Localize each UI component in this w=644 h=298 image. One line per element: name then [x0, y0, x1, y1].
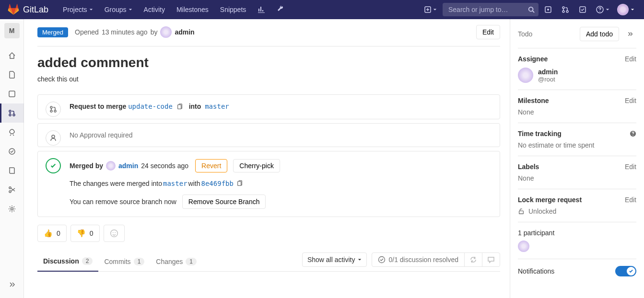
new-dropdown[interactable]	[421, 3, 441, 16]
help-dropdown[interactable]	[592, 0, 613, 19]
resolved-status[interactable]: 0/1 discussion resolved	[372, 253, 465, 266]
revert-button[interactable]: Revert	[195, 159, 227, 172]
todos-shortcut[interactable]	[575, 0, 590, 19]
copy-source-branch-button[interactable]	[175, 103, 185, 111]
nav-milestones[interactable]: Milestones	[172, 0, 213, 19]
thumbs-down-button[interactable]: 👎0	[70, 225, 100, 242]
user-icon	[49, 134, 57, 142]
approval-status-icon	[46, 130, 61, 146]
issues-shortcut[interactable]	[540, 0, 556, 19]
user-avatar-icon	[617, 4, 629, 15]
resolve-refresh-button[interactable]	[465, 253, 482, 266]
reactions-bar: 👍0 👎0	[37, 225, 500, 242]
rocket-icon	[8, 128, 16, 136]
svg-point-11	[9, 110, 11, 112]
nav-analytics[interactable]	[253, 0, 270, 19]
rb-labels-section: LabelsEdit None	[518, 156, 636, 189]
sidebar-item-operations[interactable]	[0, 142, 24, 161]
sidebar-item-ci[interactable]	[0, 123, 24, 142]
time-help-button[interactable]	[630, 130, 636, 137]
mr-header: Merged Opened 13 minutes ago by admin Ed…	[37, 25, 500, 46]
merged-line: Merged by admin 24 seconds ago Revert Ch…	[70, 159, 492, 172]
assignee-handle: @root	[538, 76, 558, 83]
svg-point-18	[50, 106, 52, 108]
refresh-icon	[469, 256, 477, 264]
assignee-row[interactable]: admin @root	[518, 68, 636, 83]
sidebar-item-issues[interactable]	[0, 84, 24, 103]
author-link[interactable]: admin	[175, 28, 194, 36]
opened-prefix: Opened	[75, 28, 99, 36]
sidebar-item-merge-requests[interactable]	[0, 103, 24, 123]
activity-filter-dropdown[interactable]: Show all activity	[302, 252, 367, 267]
merged-time: 24 seconds ago	[141, 162, 188, 170]
copy-sha-button[interactable]	[234, 179, 245, 188]
merger-link[interactable]: admin	[118, 162, 138, 170]
sidebar-item-repository[interactable]	[0, 65, 24, 84]
merged-branch-link[interactable]: master	[163, 180, 187, 187]
tab-discussion[interactable]: Discussion2	[37, 252, 98, 272]
sidebar-item-wiki[interactable]	[0, 161, 24, 180]
notifications-toggle[interactable]	[615, 266, 636, 276]
search-input[interactable]	[443, 3, 539, 16]
thumbs-down-icon: 👎	[77, 229, 86, 238]
nav-projects[interactable]: Projects	[58, 0, 98, 19]
svg-point-5	[562, 11, 564, 12]
svg-point-13	[13, 114, 15, 116]
rb-lock-section: Lock merge requestEdit Unlocked	[518, 189, 636, 222]
assignee-avatar-icon	[518, 68, 533, 83]
chevron-down-icon	[433, 8, 437, 11]
merged-widget: Merged by admin 24 seconds ago Revert Ch…	[37, 151, 500, 217]
gitlab-logo-icon[interactable]	[8, 4, 21, 15]
nav-snippets[interactable]: Snippets	[215, 0, 251, 19]
rb-assignee-edit[interactable]: Edit	[625, 55, 636, 63]
status-badge: Merged	[37, 27, 68, 37]
brand-name[interactable]: GitLab	[23, 5, 48, 15]
into-label: into	[189, 103, 201, 110]
svg-point-22	[52, 135, 55, 138]
edit-mr-button[interactable]: Edit	[476, 25, 500, 39]
tab-changes[interactable]: Changes1	[150, 252, 202, 271]
sidebar-project-avatar[interactable]: M	[4, 23, 20, 38]
search-icon[interactable]	[528, 6, 535, 13]
nav-admin[interactable]	[272, 0, 289, 19]
assignee-name: admin	[538, 68, 558, 76]
rb-notifications-section: Notifications	[518, 259, 636, 283]
source-branch-link[interactable]: update-code	[128, 103, 173, 110]
sidebar-item-settings[interactable]	[0, 199, 24, 218]
cherry-pick-button[interactable]: Cherry-pick	[233, 159, 280, 172]
rb-labels-edit[interactable]: Edit	[625, 163, 636, 171]
help-icon	[630, 130, 636, 137]
rb-milestone-edit[interactable]: Edit	[625, 97, 636, 104]
chevron-double-right-icon	[8, 281, 16, 288]
nav-activity[interactable]: Activity	[139, 0, 170, 19]
nav-groups[interactable]: Groups	[100, 0, 137, 19]
add-todo-button[interactable]: Add todo	[580, 27, 619, 41]
project-sidebar: M	[0, 19, 24, 298]
resolve-comment-button[interactable]	[482, 253, 500, 266]
rb-lock-edit[interactable]: Edit	[625, 196, 636, 204]
copy-icon	[176, 103, 183, 110]
page-container: M Merged Opened 13 minutes ago by admin …	[0, 19, 644, 298]
copy-icon	[236, 180, 243, 187]
resolved-discussions-box: 0/1 discussion resolved	[372, 252, 500, 267]
tab-commits[interactable]: Commits1	[98, 252, 150, 271]
rb-todo-title: Todo	[518, 30, 532, 38]
add-reaction-button[interactable]	[104, 225, 125, 242]
svg-rect-21	[177, 105, 181, 109]
thumbs-up-button[interactable]: 👍0	[37, 225, 67, 242]
target-branch-link[interactable]: master	[205, 103, 229, 110]
check-circle-icon	[378, 256, 386, 264]
merge-requests-shortcut[interactable]	[558, 0, 573, 19]
commit-sha-link[interactable]: 8e469fbb	[201, 180, 233, 187]
merged-by-label: Merged by	[70, 162, 103, 170]
sidebar-item-home[interactable]	[0, 46, 24, 65]
sidebar-collapse-button[interactable]	[0, 275, 24, 294]
svg-point-24	[110, 230, 117, 237]
sidebar-item-snippets[interactable]	[0, 180, 24, 199]
sidebar-collapse-button[interactable]	[624, 28, 636, 40]
remove-source-branch-button[interactable]: Remove Source Branch	[182, 195, 266, 209]
svg-rect-23	[238, 182, 241, 186]
user-menu[interactable]	[615, 4, 636, 15]
participant-avatar-icon[interactable]	[518, 241, 529, 252]
operations-icon	[8, 148, 16, 155]
